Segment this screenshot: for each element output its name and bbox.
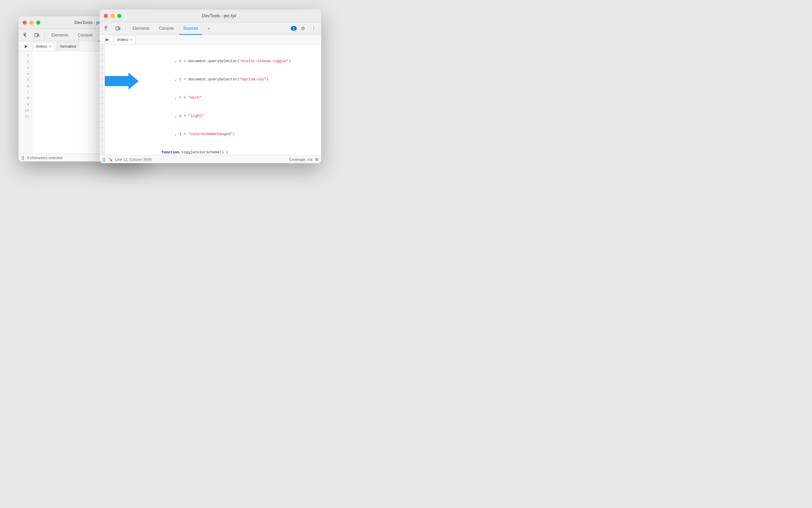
bp-marker: – (100, 137, 104, 143)
code-line: , o = "light" (108, 113, 318, 119)
titlebar-2: DevTools - jec.fyi/ (100, 9, 321, 22)
status-left-2: {} ↘ Line 11, Column 3939 (102, 156, 151, 162)
minimize-button-2[interactable] (111, 14, 115, 18)
status-position-2: Line 11, Column 3939 (115, 157, 152, 161)
close-button-2[interactable] (104, 14, 108, 18)
file-tab-formatted-1[interactable]: :formatted (56, 42, 79, 50)
inspect-icon[interactable] (21, 30, 31, 40)
bp-marker: – (100, 95, 104, 101)
format-icon-2[interactable]: {} (102, 157, 105, 162)
sources-toolbar-2: ▶ (index) ✕ (100, 34, 321, 45)
bp-marker: – (100, 125, 104, 131)
svg-rect-1 (35, 33, 38, 37)
code-line: , r = "dark" (108, 95, 318, 101)
svg-rect-0 (24, 33, 26, 35)
bp-marker: – (100, 88, 104, 95)
maximize-button-1[interactable] (36, 21, 40, 25)
breakpoint-column: – – – – – – – – – – – – – – – – – – – – … (100, 45, 105, 155)
device-icon-2[interactable] (113, 24, 123, 33)
line-num: 2 (21, 59, 29, 65)
bp-marker: – (100, 113, 104, 119)
bp-marker: – (100, 131, 104, 137)
line-numbers-1: 1 2 3 4 5 6 7 8 9 10 11 (19, 51, 32, 153)
more-icon[interactable]: ⋮ (309, 24, 318, 33)
code-line: , t = document.querySelector("#prism-css… (108, 76, 318, 82)
status-text-1: 9 characters selected (27, 156, 63, 160)
file-tab-index-1[interactable]: (index) ✕ (33, 42, 54, 50)
play-icon-2[interactable]: ▶ (102, 35, 112, 44)
play-icon[interactable]: ▶ (21, 42, 31, 51)
inspect-icon-2[interactable] (102, 24, 112, 33)
line-num: 7 (21, 89, 29, 95)
svg-rect-6 (116, 27, 119, 30)
window-controls-1 (23, 21, 40, 25)
line-num: 9 (21, 101, 29, 107)
blue-arrow (105, 71, 139, 93)
line-num: 3 (21, 65, 29, 71)
tab-more-2[interactable]: » (204, 23, 214, 35)
bp-marker: – (100, 149, 104, 155)
svg-marker-3 (105, 73, 139, 90)
bp-marker: – (100, 52, 104, 58)
bp-marker: – (100, 64, 104, 70)
bp-marker: – (100, 46, 104, 52)
maximize-button-2[interactable] (117, 14, 121, 18)
status-right-2: Coverage: n/a ▤ (289, 157, 318, 161)
toolbar-divider-1 (44, 32, 45, 39)
code-content-2[interactable]: , c = document.querySelector("#color-sch… (105, 45, 321, 155)
close-x-2[interactable]: ✕ (130, 38, 133, 42)
svg-rect-4 (105, 26, 107, 28)
close-button-1[interactable] (23, 21, 27, 25)
file-tab-label-2: (index) (117, 37, 128, 42)
toolbar-more-2: 1 ⚙ ⋮ (291, 24, 318, 33)
tab-elements-2[interactable]: Elements (128, 23, 153, 35)
tab-console-2[interactable]: Console (155, 23, 178, 35)
bp-marker: – (100, 76, 104, 82)
badge-2: 1 (291, 26, 297, 31)
bp-marker: – (100, 143, 104, 149)
close-x-1[interactable]: ✕ (49, 45, 51, 48)
format-icon[interactable]: {} (21, 155, 24, 160)
bp-marker: – (100, 101, 104, 107)
bp-marker: – (100, 70, 104, 76)
svg-rect-2 (38, 34, 39, 36)
window-controls-2 (104, 14, 121, 18)
file-tab-index-2[interactable]: (index) ✕ (114, 35, 136, 44)
line-num: 11 (21, 113, 29, 120)
code-area-2: – – – – – – – – – – – – – – – – – – – – … (100, 45, 321, 155)
line-num: 8 (21, 95, 29, 101)
code-line: , c = document.querySelector("#color-sch… (108, 58, 318, 64)
bp-marker: – (100, 82, 104, 88)
file-tab-label-1: (index) (36, 44, 47, 48)
settings-icon[interactable]: ⚙ (298, 24, 308, 33)
tab-elements-1[interactable]: Elements (47, 29, 72, 42)
tab-sources-2[interactable]: Sources (179, 23, 202, 35)
svg-rect-7 (119, 27, 120, 30)
status-left-1: {} 9 characters selected (21, 155, 62, 160)
scroll-icon-2[interactable]: ▤ (315, 157, 318, 161)
minimize-button-1[interactable] (29, 21, 33, 25)
line-num: 4 (21, 71, 29, 77)
file-tab-label-formatted: :formatted (59, 44, 76, 48)
code-line: function toggleColorScheme() { (108, 149, 318, 155)
line-num: 5 (21, 77, 29, 83)
coverage-text-2: Coverage: n/a (289, 157, 312, 161)
bp-marker: – (100, 119, 104, 125)
toolbar-divider-2 (125, 25, 126, 32)
line-num: 1 (21, 53, 29, 59)
code-line: , l = "colorSchemeChanged"; (108, 131, 318, 137)
bp-marker: – (100, 107, 104, 113)
device-icon[interactable] (32, 30, 42, 40)
line-num: 6 (21, 83, 29, 89)
tab-console-1[interactable]: Console (74, 29, 97, 42)
window-title-2: DevTools - jec.fyi/ (121, 13, 317, 18)
red-arrow-inline: ↘ (108, 156, 113, 162)
line-num: 10 (21, 107, 29, 113)
status-bar-2: {} ↘ Line 11, Column 3939 Coverage: n/a … (100, 155, 321, 163)
bp-marker: – (100, 58, 104, 64)
devtools-toolbar-2: Elements Console Sources » 1 ⚙ ⋮ (100, 22, 321, 34)
